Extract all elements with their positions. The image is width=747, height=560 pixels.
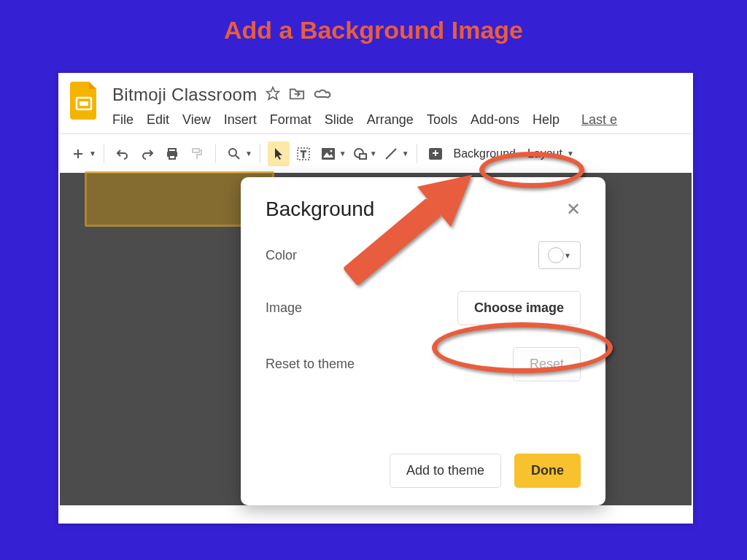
slide-title: Add a Background Image xyxy=(0,0,747,44)
zoom-button[interactable] xyxy=(223,141,245,166)
slide-canvas: Background ✕ Color ▼ Image Choose image … xyxy=(60,173,692,505)
background-button[interactable]: Background xyxy=(449,147,520,160)
menu-tools[interactable]: Tools xyxy=(427,112,457,128)
svg-rect-6 xyxy=(193,149,199,152)
layout-button-label: Layout xyxy=(527,147,562,160)
svg-point-7 xyxy=(229,149,236,156)
menu-help[interactable]: Help xyxy=(533,112,560,128)
document-title[interactable]: Bitmoji Classroom xyxy=(112,85,257,105)
slides-logo-icon xyxy=(70,82,99,120)
add-to-theme-button[interactable]: Add to theme xyxy=(390,454,501,488)
svg-rect-5 xyxy=(169,155,175,159)
redo-button[interactable] xyxy=(136,141,158,166)
menu-addons[interactable]: Add-ons xyxy=(471,112,519,128)
color-caret-icon: ▼ xyxy=(564,252,571,260)
cloud-icon[interactable] xyxy=(314,87,331,103)
shape-button[interactable] xyxy=(349,141,371,166)
move-folder-icon[interactable] xyxy=(289,86,305,104)
reset-button[interactable]: Reset xyxy=(513,347,581,381)
background-dialog: Background ✕ Color ▼ Image Choose image … xyxy=(241,177,605,505)
svg-rect-1 xyxy=(80,101,88,106)
undo-button[interactable] xyxy=(112,141,133,166)
done-button[interactable]: Done xyxy=(514,454,581,488)
dialog-title: Background xyxy=(266,198,374,221)
new-slide-caret-icon[interactable]: ▼ xyxy=(89,149,96,158)
menu-insert[interactable]: Insert xyxy=(224,112,257,128)
svg-marker-2 xyxy=(267,88,279,100)
toolbar: ▼ ▼ T ▼ ▼ ▼ Background Layout▼ xyxy=(60,133,692,173)
image-label: Image xyxy=(266,300,302,316)
line-caret-icon[interactable]: ▼ xyxy=(402,149,409,158)
color-label: Color xyxy=(266,248,297,263)
zoom-caret-icon[interactable]: ▼ xyxy=(245,149,252,158)
app-window: Bitmoji Classroom File Edit View Insert … xyxy=(58,73,693,524)
choose-image-button[interactable]: Choose image xyxy=(457,291,581,325)
menu-file[interactable]: File xyxy=(112,112,133,128)
menu-format[interactable]: Format xyxy=(270,112,311,128)
layout-caret-icon: ▼ xyxy=(567,149,574,158)
textbox-button[interactable]: T xyxy=(293,141,314,166)
close-icon[interactable]: ✕ xyxy=(566,199,581,219)
svg-rect-3 xyxy=(169,149,176,152)
svg-rect-14 xyxy=(360,154,366,159)
menu-view[interactable]: View xyxy=(182,112,211,128)
svg-point-12 xyxy=(330,149,332,152)
new-slide-button[interactable] xyxy=(67,141,89,166)
reset-label: Reset to theme xyxy=(266,357,355,372)
menu-bar: File Edit View Insert Format Slide Arran… xyxy=(112,112,681,128)
star-icon[interactable] xyxy=(266,86,280,104)
last-edit-link[interactable]: Last e xyxy=(581,112,617,128)
comment-button[interactable] xyxy=(425,141,446,166)
svg-line-15 xyxy=(386,149,396,159)
color-swatch-icon xyxy=(548,247,564,263)
paint-format-button[interactable] xyxy=(186,141,208,166)
svg-rect-10 xyxy=(322,148,335,160)
menu-arrange[interactable]: Arrange xyxy=(367,112,414,128)
select-tool-button[interactable] xyxy=(268,141,290,166)
shape-caret-icon[interactable]: ▼ xyxy=(370,149,377,158)
layout-button[interactable]: Layout▼ xyxy=(523,147,578,160)
print-button[interactable] xyxy=(161,141,183,166)
svg-text:T: T xyxy=(301,149,306,160)
menu-slide[interactable]: Slide xyxy=(325,112,354,128)
background-button-label: Background xyxy=(454,147,516,160)
color-picker-button[interactable]: ▼ xyxy=(538,241,581,269)
image-caret-icon[interactable]: ▼ xyxy=(339,149,347,158)
image-button[interactable] xyxy=(317,141,339,166)
menu-edit[interactable]: Edit xyxy=(147,112,169,128)
line-button[interactable] xyxy=(380,141,402,166)
